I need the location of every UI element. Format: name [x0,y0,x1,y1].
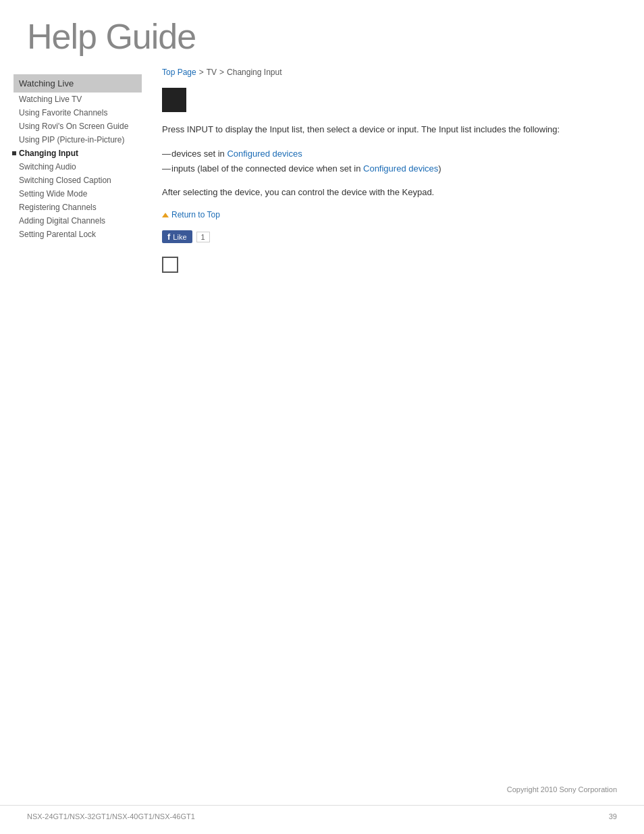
sidebar-section-header: Watching Live [14,74,142,93]
sidebar-section-label: Watching Live [19,78,74,88]
bullet-2-link[interactable]: Configured devices [363,163,438,174]
main-content: Top Page > TV > Changing Input Press INP… [142,68,644,273]
site-title: Help Guide [27,16,644,57]
model-number: NSX-24GT1/NSX-32GT1/NSX-40GT1/NSX-46GT1 [27,812,195,820]
sidebar-item-using-rovis-on-screen-guide[interactable]: Using Rovi's On Screen Guide [14,120,142,133]
sidebar-item-using-pip[interactable]: Using PIP (Picture-in-Picture) [14,133,142,147]
return-to-top-link[interactable]: Return to Top [162,210,220,219]
page-header: Help Guide [0,0,644,68]
breadcrumb-top-page[interactable]: Top Page [162,68,196,77]
bottom-bar: NSX-24GT1/NSX-32GT1/NSX-40GT1/NSX-46GT1 … [0,805,644,820]
facebook-icon: f [167,232,170,242]
after-bullets-text: After selecting the device, you can cont… [162,186,617,200]
bullet-2-text-before: inputs (label of the connected device wh… [171,163,363,174]
sidebar-item-switching-audio[interactable]: Switching Audio [14,160,142,174]
sidebar-item-using-favorite-channels[interactable]: Using Favorite Channels [14,106,142,120]
copyright-text: Copyright 2010 Sony Corporation [507,785,617,793]
bullet-1-text-before: devices set in [171,149,227,159]
arrow-up-icon [162,213,169,217]
sidebar: Watching Live Watching Live TV Using Fav… [0,68,142,273]
intro-text: Press INPUT to display the Input list, t… [162,123,617,137]
bullet-item-2: inputs (label of the connected device wh… [162,161,617,176]
sidebar-item-watching-live-tv[interactable]: Watching Live TV [14,93,142,106]
sidebar-item-changing-input[interactable]: Changing Input [14,147,142,160]
return-to-top-label: Return to Top [171,210,220,219]
bullet-2-text-after: ) [438,163,441,174]
sidebar-item-switching-closed-caption[interactable]: Switching Closed Caption [14,174,142,187]
footer: Copyright 2010 Sony Corporation [0,785,644,793]
fb-like-button[interactable]: f Like [162,230,192,243]
page-number: 39 [609,812,617,820]
breadcrumb-sep-2: > [219,68,224,77]
breadcrumb-current: Changing Input [227,68,281,77]
page-icon-large [162,88,186,112]
bullet-1-link[interactable]: Configured devices [227,149,302,159]
fb-count: 1 [196,232,210,242]
breadcrumb-sep-1: > [199,68,204,77]
bullet-item-1: devices set in Configured devices [162,147,617,161]
page-icon-small [162,257,178,273]
sidebar-item-registering-channels[interactable]: Registering Channels [14,201,142,214]
sidebar-item-setting-wide-mode[interactable]: Setting Wide Mode [14,187,142,201]
breadcrumb: Top Page > TV > Changing Input [162,68,617,77]
sidebar-item-setting-parental-lock[interactable]: Setting Parental Lock [14,228,142,241]
main-layout: Watching Live Watching Live TV Using Fav… [0,68,644,273]
fb-like-label: Like [173,233,186,241]
fb-like-container: f Like 1 [162,230,617,243]
bullet-list: devices set in Configured devices inputs… [162,147,617,176]
breadcrumb-tv: TV [207,68,217,77]
sidebar-item-adding-digital-channels[interactable]: Adding Digital Channels [14,214,142,228]
